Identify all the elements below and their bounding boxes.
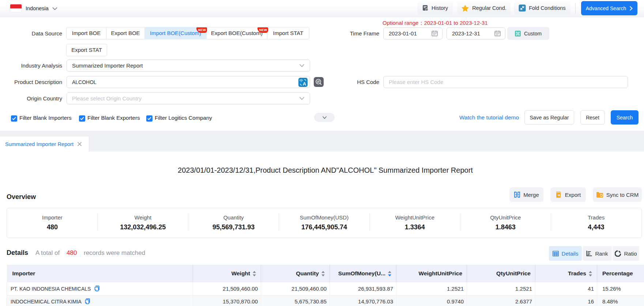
svg-text:A: A [303, 81, 306, 87]
